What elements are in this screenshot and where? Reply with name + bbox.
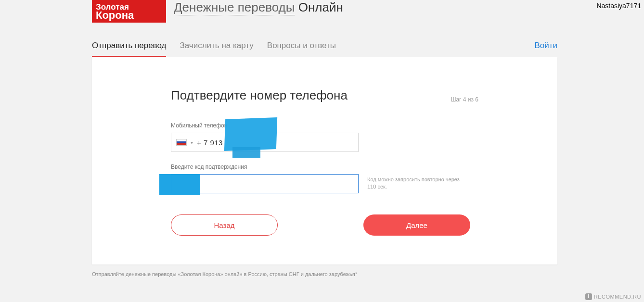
phone-field-row: ▾ + 7 913 <box>171 133 478 152</box>
watermark-user: Nastasiya7171 <box>596 2 641 10</box>
code-field-row: Код можно запросить повторно через 110 с… <box>171 174 478 193</box>
login-link[interactable]: Войти <box>534 41 557 57</box>
header: Золотая Корона Денежные переводы Онлайн <box>92 0 557 23</box>
header-title: Денежные переводы Онлайн <box>174 0 343 15</box>
header-title-main: Онлайн <box>298 0 343 14</box>
phone-input[interactable]: ▾ + 7 913 <box>171 133 359 152</box>
flag-ru-icon[interactable] <box>176 139 187 146</box>
confirm-phone-card: Подтвердите номер телефона Шаг 4 из 6 Мо… <box>92 57 557 264</box>
header-title-underlined[interactable]: Денежные переводы <box>174 0 295 15</box>
resend-hint: Код можно запросить повторно через 110 с… <box>367 176 468 191</box>
phone-label: Мобильный телефон <box>171 122 478 129</box>
tab-send-transfer[interactable]: Отправить перевод <box>92 41 166 57</box>
watermark-badge-icon: i <box>585 293 592 300</box>
button-row: Назад Далее <box>171 214 478 236</box>
phone-value: + 7 913 <box>197 138 223 147</box>
code-label: Введите код подтверждения <box>171 164 478 170</box>
chevron-down-icon[interactable]: ▾ <box>191 140 193 145</box>
card-head: Подтвердите номер телефона Шаг 4 из 6 <box>171 88 478 103</box>
logo-line2: Корона <box>96 10 162 21</box>
card-title: Подтвердите номер телефона <box>171 88 348 103</box>
back-button[interactable]: Назад <box>171 214 278 236</box>
main-nav: Отправить перевод Зачислить на карту Воп… <box>92 41 557 57</box>
tab-faq[interactable]: Вопросы и ответы <box>267 41 336 57</box>
step-indicator: Шаг 4 из 6 <box>451 96 478 103</box>
next-button[interactable]: Далее <box>363 214 470 236</box>
watermark-text: RECOMMEND.RU <box>594 294 641 300</box>
site-watermark: i RECOMMEND.RU <box>585 293 641 300</box>
tab-credit-card[interactable]: Зачислить на карту <box>180 41 253 57</box>
logo[interactable]: Золотая Корона <box>92 0 166 23</box>
page-container: Золотая Корона Денежные переводы Онлайн … <box>92 0 557 277</box>
confirmation-code-input[interactable] <box>171 174 359 193</box>
footnote: Отправляйте денежные переводы «Золотая К… <box>92 271 557 277</box>
